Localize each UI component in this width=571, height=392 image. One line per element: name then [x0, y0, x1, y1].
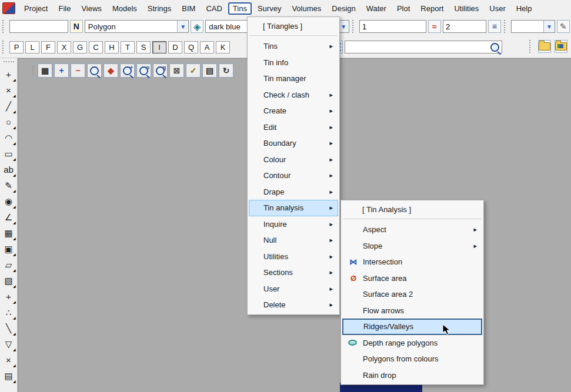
menu-tearoff-item[interactable]: [ Tin Analysis ] [342, 202, 482, 217]
menu-item-tin-manager[interactable]: Tin manager [249, 71, 338, 87]
line-styles-button[interactable]: ≡ [488, 20, 501, 33]
menu-item-rain-drop[interactable]: Rain drop [342, 367, 482, 384]
break-cross-icon[interactable]: ×◢ [1, 82, 16, 98]
menu-models[interactable]: Models [108, 2, 142, 15]
snap-l-button[interactable]: L [25, 41, 39, 53]
menu-tearoff-item[interactable]: [ Triangles ] [249, 18, 338, 33]
toolbar-grip[interactable] [529, 40, 533, 53]
menu-file[interactable]: File [54, 2, 75, 15]
text-icon[interactable]: ab◢ [1, 162, 16, 177]
node-edit-icon[interactable]: ◉◢ [1, 193, 16, 209]
menu-item-colour[interactable]: Colour▸ [249, 152, 338, 168]
search-input[interactable] [348, 42, 490, 52]
snap-k-button[interactable]: K [216, 41, 230, 53]
layers-button[interactable]: ◈ [191, 20, 203, 33]
snap-d-button[interactable]: D [168, 41, 182, 53]
menu-item-tin-info[interactable]: Tin info [249, 55, 338, 71]
menu-item-null[interactable]: Null▸ [249, 232, 338, 249]
snap-f-button[interactable]: F [41, 41, 55, 53]
menu-bim[interactable]: BIM [177, 2, 200, 15]
profile-chart-button[interactable]: ≈ [428, 20, 441, 33]
regenerate-icon[interactable]: ⊠ [169, 63, 184, 78]
menu-item-check-clash[interactable]: Check / clash▸ [249, 87, 338, 103]
open-map-button[interactable] [555, 40, 567, 53]
field2-input[interactable] [443, 20, 486, 33]
zoom-previous-icon[interactable]: q [153, 63, 168, 78]
menu-item-flow-arrows[interactable]: Flow arrows [342, 303, 482, 319]
menu-item-sections[interactable]: Sections▸ [249, 264, 338, 281]
snap-x-button[interactable]: X [57, 41, 71, 53]
menu-item-surface-area[interactable]: ØSurface area [342, 270, 482, 287]
menu-volumes[interactable]: Volumes [287, 2, 326, 15]
menu-item-ridges-valleys[interactable]: Ridges/Valleys [342, 319, 482, 335]
polygon-icon[interactable]: ▱◢ [1, 257, 16, 272]
menu-project[interactable]: Project [19, 2, 52, 15]
style-combo[interactable]: ▼ [511, 20, 555, 33]
snap-g-button[interactable]: G [73, 41, 87, 53]
menu-item-user[interactable]: User▸ [249, 281, 338, 297]
menu-item-surface-area-2[interactable]: Surface area 2 [342, 286, 482, 303]
menu-item-utilities[interactable]: Utilities▸ [249, 249, 338, 265]
menu-item-contour[interactable]: Contour▸ [249, 167, 338, 184]
menu-tins[interactable]: Tins [228, 2, 252, 15]
zoom-window-icon[interactable]: + [120, 63, 135, 78]
name-box-button[interactable]: N [70, 20, 83, 33]
menu-item-inquire[interactable]: Inquire▸ [249, 216, 338, 233]
menu-item-create[interactable]: Create▸ [249, 103, 338, 119]
arc-icon[interactable]: ◠◢ [1, 130, 16, 145]
brush-icon[interactable]: ✎◢ [1, 177, 16, 193]
app-logo-icon[interactable] [2, 2, 15, 14]
menu-item-slope[interactable]: Slope▸ [342, 238, 482, 254]
menu-survey[interactable]: Survey [253, 2, 286, 15]
toolbar-grip[interactable] [352, 20, 356, 33]
views-menu-icon[interactable]: ▦ [38, 63, 52, 78]
toolbar-grip[interactable] [504, 20, 508, 33]
fence-icon[interactable]: ✓ [186, 63, 201, 78]
zoom-out-icon[interactable]: − [71, 63, 85, 78]
view-grid-icon[interactable]: ▣◢ [1, 241, 16, 256]
redraw-icon[interactable]: ↻ [219, 63, 233, 78]
snap-q-button[interactable]: Q [184, 41, 198, 53]
snap-p-button[interactable]: P [9, 41, 24, 53]
menu-utilities[interactable]: Utilities [449, 2, 483, 15]
menu-item-intersection[interactable]: ⋈Intersection [342, 254, 482, 270]
menu-item-tin-analysis[interactable]: Tin analysis▸ [249, 200, 338, 216]
menu-design[interactable]: Design [327, 2, 360, 15]
toolbar-grip[interactable] [4, 61, 14, 64]
line-icon[interactable]: ╱◢ [1, 98, 16, 113]
menu-plot[interactable]: Plot [392, 2, 415, 15]
rectangle-icon[interactable]: ▭◢ [1, 146, 16, 161]
name-input[interactable] [9, 20, 68, 33]
menu-strings[interactable]: Strings [143, 2, 176, 15]
menu-report[interactable]: Report [416, 2, 448, 15]
snap-a-button[interactable]: A [200, 41, 214, 53]
snap-h-button[interactable]: H [105, 41, 119, 53]
zoom-in-icon[interactable]: + [54, 63, 69, 78]
plot-icon[interactable]: ▤ [202, 63, 217, 78]
toolbar-grip[interactable] [31, 66, 34, 75]
menu-item-polygons-from-colours[interactable]: Polygons from colours [342, 351, 482, 367]
snap-s-button[interactable]: S [136, 41, 151, 53]
menu-item-edit[interactable]: Edit▸ [249, 119, 338, 136]
toolbar-grip[interactable] [2, 20, 6, 33]
search-icon[interactable] [490, 43, 499, 52]
table-icon[interactable]: ▦◢ [1, 225, 16, 240]
snap-t-button[interactable]: T [121, 41, 135, 53]
menu-cad[interactable]: CAD [201, 2, 226, 15]
menu-item-drape[interactable]: Drape▸ [249, 184, 338, 200]
menu-item-depth-range-polygons[interactable]: Depth range polygons [342, 335, 482, 351]
move-icon[interactable]: +◢ [1, 289, 16, 304]
shade-view-icon[interactable]: ◆ [103, 63, 118, 78]
menu-help[interactable]: Help [512, 2, 537, 15]
menu-views[interactable]: Views [76, 2, 106, 15]
symbols-icon[interactable]: ▧◢ [1, 273, 16, 288]
field1-input[interactable] [359, 20, 426, 33]
toolbar-grip[interactable] [2, 41, 6, 53]
translate-icon[interactable]: +◢ [1, 66, 16, 82]
zoom-extent-icon[interactable]: o [136, 63, 151, 78]
zoom-magnify-icon[interactable] [87, 63, 102, 78]
erase-icon[interactable]: ×◢ [1, 352, 16, 367]
chevron-down-icon[interactable]: ▼ [177, 21, 188, 32]
menu-user[interactable]: User [485, 2, 510, 15]
shield-icon[interactable]: ▽◢ [1, 336, 16, 351]
